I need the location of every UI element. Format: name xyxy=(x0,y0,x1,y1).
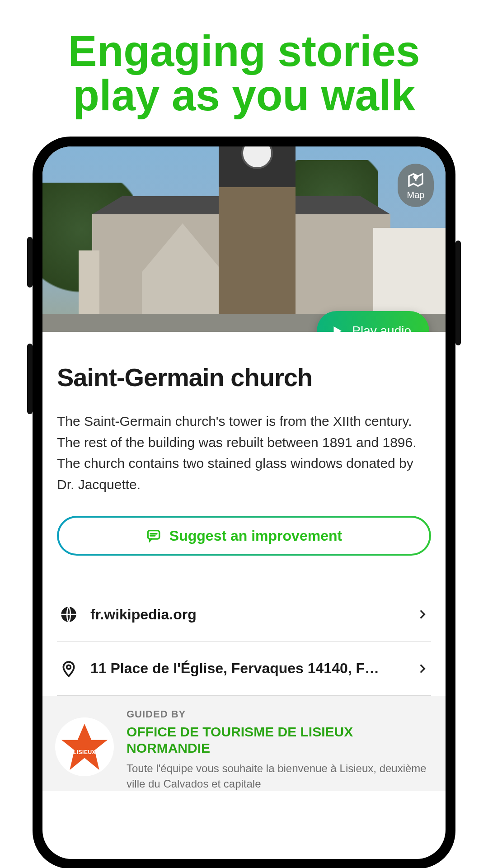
guide-body: GUIDED BY OFFICE DE TOURISME DE LISIEUX … xyxy=(127,708,433,791)
poi-content: Saint-Germain church The Saint-Germain c… xyxy=(42,332,446,696)
poi-cover-photo: Map Play audio xyxy=(42,146,446,332)
suggest-improvement-button[interactable]: Suggest an improvement xyxy=(57,516,431,556)
guide-description: Toute l'équipe vous souhaite la bienvenu… xyxy=(127,761,433,791)
phone-side-button xyxy=(27,344,33,414)
location-pin-icon xyxy=(60,660,78,678)
website-row[interactable]: fr.wikipedia.org xyxy=(57,587,431,642)
star-icon xyxy=(61,724,108,770)
info-rows: fr.wikipedia.org 11 Place de l'Église, F… xyxy=(57,587,431,696)
play-audio-button[interactable]: Play audio xyxy=(317,311,429,332)
guide-eyebrow: GUIDED BY xyxy=(127,708,433,720)
phone-side-button xyxy=(27,237,33,288)
feedback-icon xyxy=(146,528,161,543)
poi-title: Saint-Germain church xyxy=(57,363,431,392)
headline-line1: Engaging stories xyxy=(68,27,420,75)
address-row[interactable]: 11 Place de l'Église, Fervaques 14140, F… xyxy=(57,642,431,696)
phone-frame: Map Play audio Saint-Germain church The … xyxy=(33,137,455,868)
phone-screen: Map Play audio Saint-Germain church The … xyxy=(42,146,446,859)
chevron-right-icon xyxy=(417,663,428,675)
phone-side-button xyxy=(455,241,461,345)
marketing-headline: Engaging stories play as you walk xyxy=(0,0,488,118)
chevron-right-icon xyxy=(417,609,428,620)
svg-point-3 xyxy=(67,665,71,669)
map-pin-icon xyxy=(407,171,425,189)
play-audio-label: Play audio xyxy=(352,324,411,332)
map-button[interactable]: Map xyxy=(398,164,434,207)
guided-by-card[interactable]: LISIEUX GUIDED BY OFFICE DE TOURISME DE … xyxy=(42,696,446,791)
website-label: fr.wikipedia.org xyxy=(90,606,417,623)
guide-name: OFFICE DE TOURISME DE LISIEUX NORMANDIE xyxy=(127,724,433,756)
headline-line2: play as you walk xyxy=(73,71,415,119)
address-label: 11 Place de l'Église, Fervaques 14140, F… xyxy=(90,660,417,677)
guide-logo: LISIEUX xyxy=(55,717,114,776)
suggest-improvement-label: Suggest an improvement xyxy=(169,528,342,544)
map-button-label: Map xyxy=(407,190,425,200)
globe-icon xyxy=(60,605,78,623)
svg-point-0 xyxy=(414,175,417,178)
poi-description: The Saint-Germain church's tower is from… xyxy=(57,411,431,495)
guide-logo-text: LISIEUX xyxy=(55,749,114,755)
play-icon xyxy=(330,324,344,332)
svg-rect-1 xyxy=(148,531,160,539)
